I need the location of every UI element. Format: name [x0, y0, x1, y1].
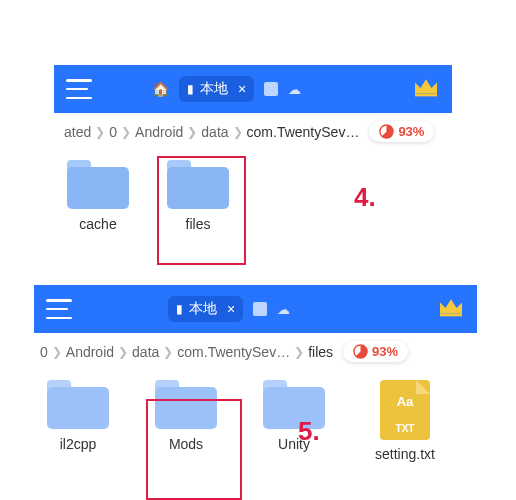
annotation-step5: 5. [298, 416, 320, 447]
menu-icon[interactable] [46, 299, 72, 319]
bc-item[interactable]: Android [135, 124, 183, 140]
tab-label: 本地 [189, 300, 217, 318]
bc-item[interactable]: data [132, 344, 159, 360]
chevron-right-icon: ❯ [95, 125, 105, 139]
chevron-right-icon: ❯ [163, 345, 173, 359]
file-label: il2cpp [60, 436, 97, 452]
folder-icon [47, 380, 109, 430]
folder-mods[interactable]: Mods [150, 380, 222, 462]
menu-icon[interactable] [66, 79, 92, 99]
toolbar: 🏠 ▮ 本地 × ☁ [54, 65, 452, 113]
storage-badge[interactable]: 93% [343, 341, 408, 362]
folder-mini-icon: ▮ [176, 302, 183, 316]
bc-item[interactable]: Android [66, 344, 114, 360]
folder-cache[interactable]: cache [62, 160, 134, 232]
chevron-right-icon: ❯ [121, 125, 131, 139]
chevron-right-icon: ❯ [118, 345, 128, 359]
crown-icon[interactable] [412, 76, 440, 102]
toolbar-square-icon[interactable] [264, 82, 278, 96]
folder-icon [155, 380, 217, 430]
bc-item[interactable]: 0 [40, 344, 48, 360]
bc-item[interactable]: data [201, 124, 228, 140]
chevron-right-icon: ❯ [233, 125, 243, 139]
screenshot-2: ▮ 本地 × ☁ 0 ❯ Android ❯ data ❯ com.Twenty… [34, 285, 477, 468]
chevron-right-icon: ❯ [52, 345, 62, 359]
tab-close-icon[interactable]: × [227, 301, 235, 317]
tab-close-icon[interactable]: × [238, 81, 246, 97]
txt-file-icon: Aa TXT [380, 380, 430, 440]
file-label: cache [79, 216, 116, 232]
bc-item[interactable]: ated [64, 124, 91, 140]
cloud-icon[interactable]: ☁ [288, 82, 301, 97]
breadcrumb: ated ❯ 0 ❯ Android ❯ data ❯ com.TwentySe… [54, 113, 452, 150]
file-grid: il2cpp Mods Unity Aa TXT setting.txt [34, 370, 477, 468]
folder-mini-icon: ▮ [187, 82, 194, 96]
home-icon[interactable]: 🏠 [152, 81, 169, 97]
file-label: files [186, 216, 211, 232]
folder-il2cpp[interactable]: il2cpp [42, 380, 114, 462]
storage-badge[interactable]: 93% [369, 121, 434, 142]
folder-icon [167, 160, 229, 210]
svg-rect-0 [415, 94, 437, 97]
file-setting-txt[interactable]: Aa TXT setting.txt [366, 380, 444, 462]
breadcrumb: 0 ❯ Android ❯ data ❯ com.TwentySev… ❯ fi… [34, 333, 477, 370]
bc-item[interactable]: com.TwentySev… [177, 344, 290, 360]
tab-local[interactable]: ▮ 本地 × [179, 76, 254, 102]
bc-item-current[interactable]: files [308, 344, 333, 360]
storage-pct: 93% [372, 344, 398, 359]
cloud-icon[interactable]: ☁ [277, 302, 290, 317]
file-label: Mods [169, 436, 203, 452]
chevron-right-icon: ❯ [294, 345, 304, 359]
screenshot-1: 🏠 ▮ 本地 × ☁ ated ❯ 0 ❯ Android ❯ data ❯ c… [54, 65, 452, 238]
tab-label: 本地 [200, 80, 228, 98]
annotation-step4: 4. [354, 182, 376, 213]
storage-pct: 93% [398, 124, 424, 139]
folder-files[interactable]: files [162, 160, 234, 232]
chevron-right-icon: ❯ [187, 125, 197, 139]
txt-ext: TXT [380, 423, 430, 434]
svg-rect-2 [440, 314, 462, 317]
file-label: setting.txt [375, 446, 435, 462]
txt-aa: Aa [380, 394, 430, 409]
bc-item-current[interactable]: com.TwentySev… [247, 124, 360, 140]
folder-icon [67, 160, 129, 210]
file-grid: cache files [54, 150, 452, 238]
tab-local[interactable]: ▮ 本地 × [168, 296, 243, 322]
crown-icon[interactable] [437, 296, 465, 322]
bc-item[interactable]: 0 [109, 124, 117, 140]
toolbar: ▮ 本地 × ☁ [34, 285, 477, 333]
toolbar-square-icon[interactable] [253, 302, 267, 316]
